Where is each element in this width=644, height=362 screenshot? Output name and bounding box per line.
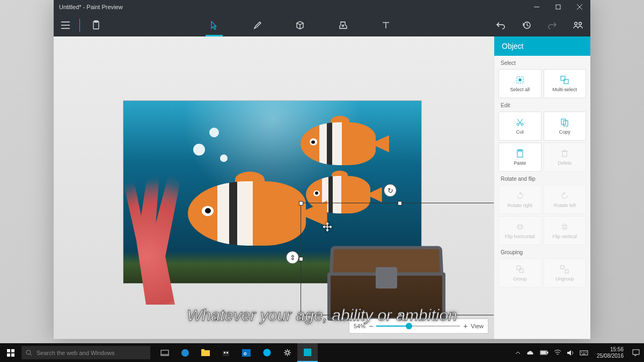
close-button[interactable] (569, 0, 590, 14)
section-label-grouping: Grouping (494, 245, 590, 258)
volume-icon[interactable] (567, 350, 574, 356)
svg-rect-27 (562, 151, 567, 157)
undo-button[interactable] (493, 14, 509, 36)
menu-button[interactable] (54, 14, 77, 36)
3d-objects-tool[interactable] (289, 14, 311, 36)
settings-icon[interactable] (277, 343, 297, 362)
rotate-handle-icon[interactable]: ↻ (384, 184, 397, 197)
resize-handle[interactable] (299, 201, 303, 205)
titlebar: Untitled* - Paint Preview (54, 0, 590, 14)
rotate-right-button[interactable]: Rotate right (499, 185, 541, 214)
onedrive-icon[interactable] (526, 350, 535, 356)
svg-rect-56 (580, 351, 588, 355)
keyboard-icon[interactable] (580, 350, 588, 356)
flip-h-icon (516, 222, 524, 232)
battery-icon[interactable] (540, 350, 548, 355)
svg-point-42 (181, 349, 189, 357)
clownfish-object[interactable] (301, 122, 376, 165)
edge-icon[interactable] (175, 343, 195, 362)
panel-header: Object (494, 36, 590, 56)
scissors-icon (516, 117, 524, 127)
date: 25/08/2016 (597, 353, 624, 359)
brush-tool[interactable] (246, 14, 268, 36)
svg-rect-33 (565, 270, 568, 273)
toolbar-divider (79, 19, 80, 32)
selection-box[interactable] (301, 203, 494, 315)
svg-point-51 (286, 351, 289, 354)
file-explorer-icon[interactable] (195, 343, 216, 362)
clipboard-button[interactable] (85, 14, 107, 36)
svg-rect-32 (561, 265, 564, 269)
svg-rect-54 (547, 352, 548, 353)
svg-rect-35 (11, 349, 14, 352)
paint-preview-window: Untitled* - Paint Preview (54, 0, 590, 339)
toolbar (54, 14, 590, 36)
resize-handle[interactable] (299, 257, 303, 261)
svg-point-13 (575, 23, 577, 25)
resize-handle[interactable] (398, 201, 402, 205)
time: 15:56 (597, 346, 624, 353)
svg-point-20 (521, 123, 523, 125)
svg-rect-36 (7, 353, 10, 357)
start-button[interactable] (0, 343, 21, 362)
video-caption: Whatever your age, ability or ambition (187, 306, 457, 324)
copy-icon (560, 117, 569, 127)
svg-rect-45 (223, 351, 229, 356)
task-view-icon[interactable] (155, 343, 175, 362)
svg-line-39 (30, 354, 32, 356)
paint-preview-taskbar-icon[interactable] (297, 343, 318, 362)
svg-rect-1 (556, 5, 560, 9)
minimize-button[interactable] (526, 0, 547, 14)
stickers-tool[interactable] (332, 14, 354, 36)
group-button[interactable]: Group (499, 258, 541, 287)
svg-rect-37 (11, 353, 14, 357)
canvas-area[interactable]: ↻ ↷ ⇕ ⟲ 54% − + View (54, 36, 494, 339)
depth-handle-icon[interactable]: ⇕ (286, 251, 299, 264)
redo-button[interactable] (544, 14, 560, 36)
workspace: ↻ ↷ ⇕ ⟲ 54% − + View Object Select Selec… (54, 36, 590, 339)
search-placeholder: Search the web and Windows (36, 350, 115, 356)
community-button[interactable] (570, 14, 586, 36)
rotate-left-button[interactable]: Rotate left (544, 185, 587, 214)
svg-rect-61 (633, 350, 639, 354)
copy-button[interactable]: Copy (544, 112, 587, 141)
svg-rect-47 (226, 352, 228, 353)
flip-vertical-button[interactable]: Flip vertical (544, 216, 587, 245)
tray-chevron-icon[interactable] (515, 351, 521, 354)
select-all-button[interactable]: Select all (499, 69, 541, 98)
zoom-in-button[interactable]: + (463, 322, 467, 330)
svg-rect-34 (7, 349, 10, 352)
cut-button[interactable]: Cut (499, 112, 541, 141)
maximize-button[interactable] (547, 0, 569, 14)
flip-horizontal-button[interactable]: Flip horizontal (499, 216, 541, 245)
svg-point-50 (263, 349, 270, 357)
zoom-slider[interactable] (376, 326, 460, 327)
rotate-right-icon (516, 191, 524, 201)
skype-icon[interactable] (257, 343, 277, 362)
store-icon[interactable] (216, 343, 236, 362)
view-label[interactable]: View (471, 323, 484, 329)
svg-rect-52 (304, 349, 311, 356)
clownfish-object[interactable] (188, 181, 306, 246)
svg-point-38 (26, 350, 31, 354)
taskbar-search[interactable]: Search the web and Windows (21, 346, 150, 359)
action-center-icon[interactable] (632, 349, 640, 356)
ungroup-button[interactable]: Ungroup (544, 258, 587, 287)
clock[interactable]: 15:56 25/08/2016 (594, 346, 627, 359)
svg-rect-46 (224, 352, 225, 353)
multi-select-icon (560, 75, 569, 85)
trash-icon (560, 149, 569, 158)
system-tray: 15:56 25/08/2016 (511, 343, 644, 362)
history-button[interactable] (518, 14, 535, 36)
svg-rect-17 (561, 76, 565, 80)
wifi-icon[interactable] (554, 350, 561, 356)
paste-button[interactable]: Paste (499, 143, 541, 172)
multi-select-button[interactable]: Multi-select (544, 69, 587, 98)
svg-rect-43 (201, 350, 210, 356)
delete-button[interactable]: Delete (544, 143, 587, 172)
select-tool[interactable] (203, 14, 225, 36)
outlook-icon[interactable]: o (236, 343, 257, 362)
text-tool[interactable] (375, 14, 397, 36)
section-label-rotate: Rotate and flip (494, 172, 590, 185)
task-icons: o (155, 343, 318, 362)
